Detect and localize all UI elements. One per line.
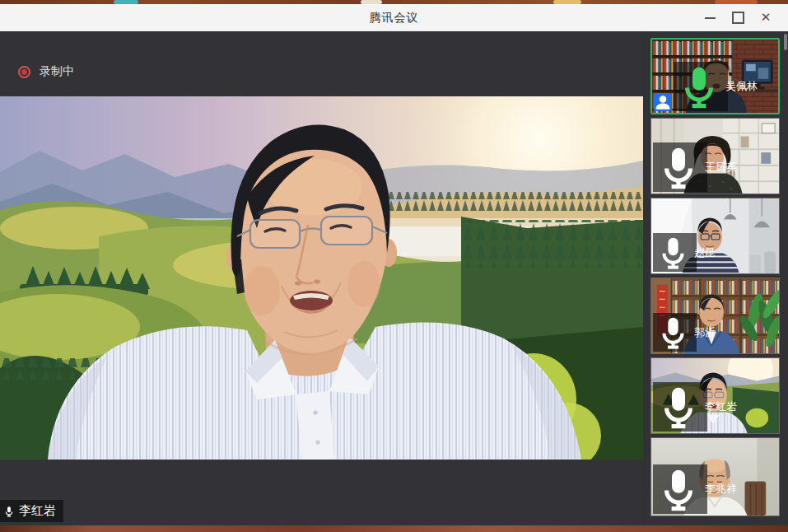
microphone-icon <box>655 466 702 512</box>
participant-tile-6[interactable]: 李兆祥 <box>650 437 780 516</box>
main-speaker-video[interactable] <box>0 96 643 460</box>
window-controls: ✕ <box>696 4 780 31</box>
participant-name-tag: 李红岩 <box>653 382 707 432</box>
maximize-button[interactable] <box>724 4 752 31</box>
participant-name-tag: 赵昆 <box>653 233 697 272</box>
participant-tile-2[interactable]: 王日美 <box>650 118 780 194</box>
participant-name: 赵昆 <box>694 245 716 260</box>
main-speaker-video-render <box>0 96 643 460</box>
participant-name-tag: 吴佩林 <box>674 62 728 111</box>
main-stage: 录制中 <box>0 31 643 525</box>
participant-name: 郭沂 <box>694 325 716 340</box>
window-titlebar[interactable]: 腾讯会议 ✕ <box>0 4 788 31</box>
participant-tile-4[interactable]: 郭沂 <box>650 278 780 354</box>
microphone-icon-speaking <box>676 63 722 110</box>
participant-name: 李红岩 <box>705 399 737 414</box>
host-person-icon <box>654 93 672 111</box>
microphone-icon <box>655 384 702 430</box>
recording-label: 录制中 <box>40 64 74 79</box>
participant-name: 王日美 <box>705 160 737 175</box>
participants-sidebar: 吴佩林 <box>643 31 788 525</box>
main-speaker-name-tag: 李红岩 <box>0 500 63 522</box>
minimize-button[interactable] <box>696 4 724 31</box>
main-speaker-name: 李红岩 <box>19 503 56 519</box>
microphone-icon <box>655 235 691 270</box>
participant-name-tag: 王日美 <box>653 142 707 192</box>
window-title: 腾讯会议 <box>370 11 419 26</box>
meeting-content: 录制中 <box>0 31 788 525</box>
microphone-icon <box>655 144 702 190</box>
participant-tile-3[interactable]: 赵昆 <box>650 198 780 274</box>
host-badge <box>654 93 672 111</box>
recording-dot-icon <box>18 66 30 78</box>
maximize-icon <box>732 12 744 24</box>
desktop-background-bottom <box>0 525 788 532</box>
participant-tile-1[interactable]: 吴佩林 <box>650 38 780 114</box>
participant-list: 吴佩林 <box>650 38 780 516</box>
minimize-icon <box>705 17 716 19</box>
participant-tile-5[interactable]: 李红岩 <box>650 357 780 434</box>
recording-indicator: 录制中 <box>18 64 74 79</box>
participant-name: 李兆祥 <box>705 482 737 497</box>
close-icon: ✕ <box>761 12 772 24</box>
microphone-icon <box>3 506 15 517</box>
participant-name-tag: 郭沂 <box>653 313 697 352</box>
participant-name-tag: 李兆祥 <box>653 464 707 514</box>
sidebar-scrollbar[interactable] <box>784 34 787 50</box>
participant-name: 吴佩林 <box>725 79 758 94</box>
microphone-icon <box>655 315 691 350</box>
close-button[interactable]: ✕ <box>752 4 780 31</box>
